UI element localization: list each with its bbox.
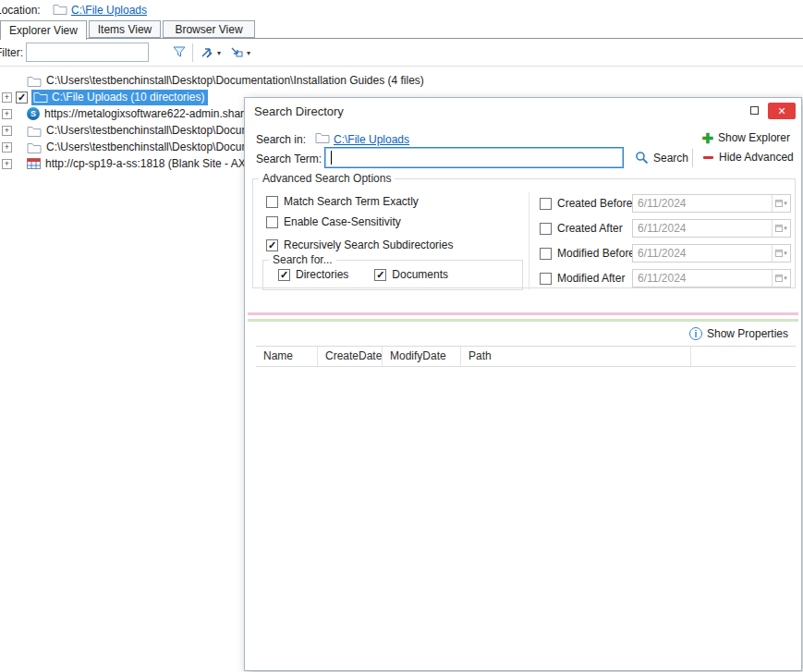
tree-item-label: C:\Users\testbenchinstall\Desktop\Docume…: [46, 124, 266, 137]
selected-tree-item[interactable]: C:\File Uploads (10 directories): [31, 90, 208, 105]
location-label: Location:: [0, 4, 41, 17]
option-created-after[interactable]: Created After: [540, 221, 623, 236]
checkbox[interactable]: ✓: [278, 269, 290, 281]
filter-funnel-icon[interactable]: [172, 44, 187, 59]
checkbox[interactable]: ✓: [374, 269, 386, 281]
column-divider: [529, 192, 529, 290]
advanced-options-title: Advanced Search Options: [259, 172, 395, 185]
info-icon: i: [689, 327, 702, 340]
search-in-path-link[interactable]: C:\File Uploads: [334, 133, 409, 146]
tree-item-label: https://metalogixsoftware622-admin.share…: [44, 107, 256, 120]
expand-plus-icon[interactable]: +: [2, 92, 12, 103]
plus-icon: ✚: [701, 132, 713, 144]
modified-after-date-picker[interactable]: 6/11/2024 ▾: [632, 269, 791, 287]
column-header-createdate[interactable]: CreateDate: [318, 347, 383, 366]
option-case-sensitivity[interactable]: Enable Case-Sensitivity: [266, 214, 401, 229]
expand-plus-icon[interactable]: +: [2, 109, 12, 119]
location-row: Location: C:\File Uploads: [0, 0, 803, 20]
show-properties-button[interactable]: i Show Properties: [689, 327, 788, 340]
created-before-date-picker[interactable]: 6/11/2024 ▾: [632, 194, 791, 213]
checkbox[interactable]: [540, 248, 552, 260]
date-value: 6/11/2024: [633, 272, 772, 285]
option-label: Created After: [557, 222, 623, 235]
separator: [692, 149, 693, 167]
calendar-dropdown-icon[interactable]: ▾: [772, 245, 790, 262]
results-table-header: Name CreateDate ModifyDate Path: [256, 346, 796, 367]
search-for-group: Search for... ✓ Directories ✓ Documents: [262, 253, 523, 290]
option-documents[interactable]: ✓ Documents: [374, 268, 448, 281]
magnifier-icon: [635, 151, 649, 165]
search-term-input[interactable]: [324, 147, 624, 168]
tab-explorer-view[interactable]: Explorer View: [0, 20, 87, 40]
calendar-dropdown-icon[interactable]: ▾: [772, 270, 790, 287]
tree-item-label: C:\Users\testbenchinstall\Desktop\Docume…: [46, 74, 424, 87]
option-label: Match Search Term Exactly: [284, 195, 419, 208]
filter-input[interactable]: [26, 43, 149, 62]
tab-strip-divider: [0, 38, 803, 39]
checkbox[interactable]: [540, 273, 552, 285]
checkbox[interactable]: ✓: [266, 239, 278, 251]
tab-items-view[interactable]: Items View: [89, 20, 161, 38]
splitter-strip-green: [248, 319, 798, 322]
minimize-button[interactable]: [750, 106, 759, 115]
column-header-modifydate[interactable]: ModifyDate: [383, 347, 461, 366]
option-label: Recursively Search Subdirectories: [284, 238, 453, 251]
show-explorer-label: Show Explorer: [718, 131, 790, 144]
location-path-link[interactable]: C:\File Uploads: [71, 4, 147, 17]
option-created-before[interactable]: Created Before: [540, 196, 632, 211]
checkbox[interactable]: [266, 216, 278, 228]
created-after-date-picker[interactable]: 6/11/2024 ▾: [632, 219, 791, 238]
column-header-name[interactable]: Name: [256, 347, 318, 366]
text-caret: [331, 151, 332, 165]
tree-row[interactable]: C:\Users\testbenchinstall\Desktop\Docume…: [0, 72, 803, 89]
checkbox[interactable]: [540, 223, 552, 235]
tree-item-label: C:\Users\testbenchinstall\Desktop\Docume…: [46, 141, 266, 153]
modified-before-date-picker[interactable]: 6/11/2024 ▾: [632, 244, 791, 263]
search-term-label: Search Term:: [256, 153, 322, 165]
option-recursive-search[interactable]: ✓ Recursively Search Subdirectories: [266, 238, 453, 252]
date-value: 6/11/2024: [633, 197, 772, 210]
option-label: Created Before: [557, 197, 632, 210]
option-match-exactly[interactable]: Match Search Term Exactly: [266, 194, 419, 209]
toolbar-divider: [0, 66, 803, 67]
hide-advanced-label: Hide Advanced: [719, 151, 794, 164]
folder-icon: [53, 3, 67, 15]
expand-plus-icon[interactable]: +: [2, 142, 12, 153]
search-directory-dialog: Search Directory ✕ Search in: C:\File Up…: [244, 97, 802, 671]
dialog-title: Search Directory: [254, 104, 344, 118]
checkbox[interactable]: [540, 198, 552, 210]
column-header-path[interactable]: Path: [461, 347, 691, 366]
search-button-label: Search: [653, 152, 688, 165]
date-value: 6/11/2024: [633, 247, 772, 260]
calendar-dropdown-icon[interactable]: ▾: [772, 220, 790, 237]
folder-icon: [315, 131, 330, 143]
chevron-down-icon[interactable]: ▾: [247, 49, 250, 57]
date-value: 6/11/2024: [633, 222, 772, 235]
option-label: Documents: [392, 268, 448, 281]
chevron-down-icon[interactable]: ▾: [217, 49, 221, 57]
filter-label: Filter:: [0, 46, 23, 59]
minus-icon: [703, 156, 713, 159]
advanced-search-options-group: Advanced Search Options Match Search Ter…: [252, 172, 796, 288]
option-modified-after[interactable]: Modified After: [540, 271, 625, 286]
hide-advanced-button[interactable]: Hide Advanced: [703, 151, 794, 164]
tree-checkbox[interactable]: ✓: [16, 92, 28, 104]
site-database-icon: [27, 158, 41, 169]
option-modified-before[interactable]: Modified Before: [540, 246, 635, 261]
search-button[interactable]: Search: [635, 151, 688, 165]
toolbar-arrows-icon-2[interactable]: [229, 44, 244, 59]
tree-item-label: C:\File Uploads (10 directories): [52, 91, 204, 104]
show-explorer-button[interactable]: ✚ Show Explorer: [701, 131, 790, 144]
calendar-dropdown-icon[interactable]: ▾: [772, 195, 790, 212]
expand-plus-icon[interactable]: +: [2, 126, 12, 136]
toolbar-arrows-icon-1[interactable]: [200, 44, 214, 59]
search-for-label: Search for...: [269, 253, 336, 266]
option-label: Modified Before: [557, 247, 635, 260]
tab-browser-view[interactable]: Browser View: [163, 20, 255, 38]
show-properties-label: Show Properties: [707, 327, 788, 340]
tree-item-label: http://cp-sp19-a-ss:1818 (Blank Site - A…: [45, 157, 267, 170]
expand-plus-icon[interactable]: +: [2, 159, 12, 169]
checkbox[interactable]: [266, 196, 278, 208]
close-button[interactable]: ✕: [768, 103, 796, 119]
option-directories[interactable]: ✓ Directories: [278, 268, 348, 281]
